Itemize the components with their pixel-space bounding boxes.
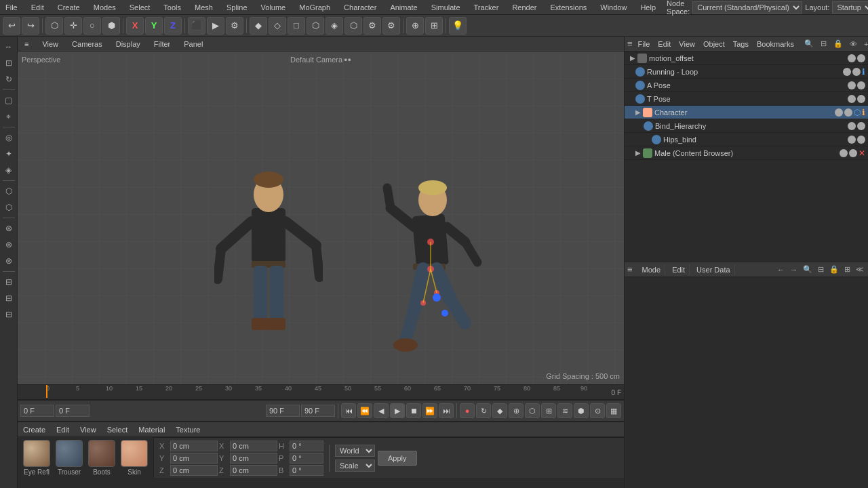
material-trouser[interactable]: Trouser (56, 440, 83, 476)
render-dot8[interactable] (849, 149, 857, 157)
menu-tools[interactable]: Tools (161, 2, 184, 13)
material-boots[interactable]: Boots (88, 440, 115, 476)
3d-viewport[interactable]: Y Z (18, 52, 624, 384)
y-position-input[interactable] (170, 453, 218, 464)
camera-tool[interactable]: ◎ (1, 130, 16, 145)
motion-mode[interactable]: ⚙ (363, 17, 381, 35)
fk-button[interactable]: ≋ (557, 403, 572, 418)
x-axis-button[interactable]: X (126, 17, 144, 35)
menu-extensions[interactable]: Extensions (547, 2, 589, 13)
z2-input[interactable] (230, 465, 277, 476)
om-row-a-pose[interactable]: A Pose (625, 79, 868, 92)
timeline-ruler[interactable]: 0 5 10 15 20 25 30 35 40 45 50 55 60 65 (18, 385, 624, 400)
mat-material[interactable]: Material (136, 424, 167, 435)
end-frame-input[interactable] (266, 405, 300, 417)
pose-button[interactable]: ⬢ (574, 403, 589, 418)
terrain2[interactable]: ⊟ (1, 291, 16, 306)
attr-filter-icon[interactable]: ⊟ (816, 265, 825, 274)
om-row-running-loop[interactable]: Running - Loop ℹ (625, 65, 868, 79)
shape2[interactable]: ⬡ (1, 200, 16, 215)
obj-mode[interactable]: ⬡ (307, 17, 324, 35)
vp-hamburger[interactable]: ≡ (20, 39, 33, 49)
om-eye-icon[interactable]: 👁 (848, 40, 859, 48)
vis-dot5[interactable] (835, 108, 843, 117)
ik-button[interactable]: ⊞ (541, 403, 556, 418)
paint-mode[interactable]: ◈ (326, 17, 343, 35)
mat-edit[interactable]: Edit (54, 424, 72, 435)
vp-filter[interactable]: Filter (150, 39, 174, 49)
om-filter-icon[interactable]: ⊟ (818, 39, 829, 48)
vis-dot7[interactable] (848, 136, 856, 144)
terrain3[interactable]: ⊟ (1, 307, 16, 322)
node-space-select[interactable]: Current (Standard/Physical) (692, 1, 802, 14)
om-tags[interactable]: Tags (730, 39, 751, 49)
menu-file[interactable]: File (3, 2, 20, 13)
menu-edit[interactable]: Edit (28, 2, 47, 13)
vp-view[interactable]: View (38, 39, 62, 49)
y-axis-button[interactable]: Y (145, 17, 163, 35)
om-row-motion-offset[interactable]: ▶ motion_offset (625, 52, 868, 65)
snap-button[interactable]: ⊕ (406, 17, 424, 35)
stop-button[interactable]: ⏹ (406, 403, 421, 418)
b-input[interactable] (290, 465, 323, 476)
om-row-male-content[interactable]: ▶ Male (Content Browser) ✕ (625, 146, 868, 160)
om-search-icon[interactable]: 🔍 (802, 39, 816, 48)
vis-dot8[interactable] (840, 149, 848, 157)
render-dot6[interactable] (857, 122, 865, 130)
vis-dot[interactable] (848, 54, 856, 62)
save-button[interactable]: ○ (83, 17, 101, 35)
male-close-icon[interactable]: ✕ (859, 148, 865, 158)
vp-cameras[interactable]: Cameras (68, 39, 106, 49)
loop-button[interactable]: ↻ (476, 403, 491, 418)
menu-simulate[interactable]: Simulate (429, 2, 463, 13)
z-position-input[interactable] (170, 465, 218, 476)
mat-select[interactable]: Select (104, 424, 131, 435)
attr-tab-mode[interactable]: Mode (638, 264, 666, 275)
render-dot4[interactable] (857, 95, 865, 103)
om-file[interactable]: File (635, 39, 653, 49)
play-button[interactable]: ▶ (390, 403, 405, 418)
total-frames-input[interactable] (301, 405, 335, 417)
menu-tracker[interactable]: Tracker (471, 2, 502, 13)
om-edit[interactable]: Edit (655, 39, 673, 49)
lasso-tool[interactable]: ⌖ (1, 109, 16, 124)
om-row-character[interactable]: ▶ Character ⬡ ℹ (625, 106, 868, 119)
play-back-button[interactable]: ◀ (374, 403, 389, 418)
prev-frame-button[interactable]: ⏪ (357, 403, 372, 418)
poly-mode[interactable]: □ (288, 17, 305, 35)
scale-tool[interactable]: ⊡ (1, 56, 16, 70)
goto-start-button[interactable]: ⏮ (341, 403, 356, 418)
p-input[interactable] (290, 453, 323, 464)
current-frame-input[interactable] (56, 405, 90, 417)
motion-button[interactable]: ⊕ (509, 403, 524, 418)
x2-input[interactable] (230, 441, 277, 451)
edge-mode[interactable]: ◇ (269, 17, 286, 35)
path-button[interactable]: ⬡ (525, 403, 540, 418)
light-tool[interactable]: ✦ (1, 146, 16, 161)
layout-select[interactable]: Startup (832, 1, 868, 14)
material-eye-refl[interactable]: Eye Refl (23, 440, 50, 476)
y2-input[interactable] (230, 453, 277, 464)
om-hamburger[interactable]: ≡ (627, 39, 633, 49)
vp-panel[interactable]: Panel (180, 39, 207, 49)
deform1[interactable]: ⊛ (1, 221, 16, 236)
render-dot5[interactable] (844, 108, 852, 117)
keyframe-button[interactable]: ◆ (492, 403, 507, 418)
light-button[interactable]: 💡 (449, 17, 467, 35)
menu-render[interactable]: Render (509, 2, 539, 13)
om-plus-icon[interactable]: + (862, 40, 868, 48)
char-tag2-icon[interactable]: ℹ (862, 108, 865, 117)
select-tool[interactable]: ▢ (1, 93, 16, 108)
attr-extra-icon[interactable]: ≪ (854, 265, 865, 274)
attr-hamburger[interactable]: ≡ (627, 264, 633, 274)
attr-lock-icon[interactable]: 🔒 (828, 265, 840, 274)
open-button[interactable]: ✛ (64, 17, 82, 35)
char-tag1-icon[interactable]: ⬡ (854, 108, 861, 117)
om-lock-icon[interactable]: 🔒 (831, 39, 845, 48)
material-skin[interactable]: Skin (121, 440, 148, 476)
om-view[interactable]: View (676, 39, 698, 49)
menu-mograph[interactable]: MoGraph (296, 2, 333, 13)
render-dot2[interactable] (852, 68, 861, 76)
om-bookmarks[interactable]: Bookmarks (754, 39, 797, 49)
extra2-button[interactable]: ▦ (606, 403, 621, 418)
